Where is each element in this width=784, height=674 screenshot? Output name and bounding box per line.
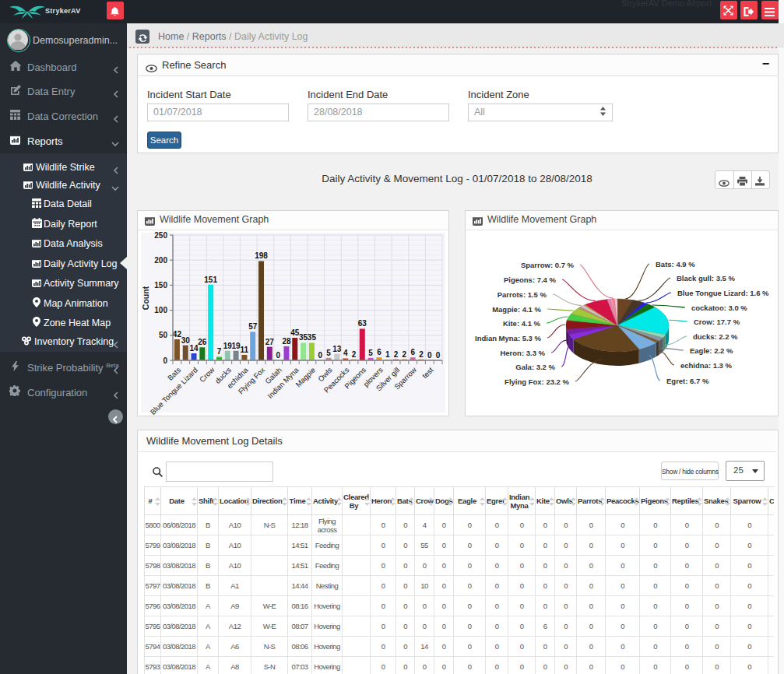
- svg-text:35: 35: [299, 333, 308, 342]
- svg-text:28: 28: [282, 337, 291, 346]
- svg-text:Flying Fox: 23.2 %: Flying Fox: 23.2 %: [505, 377, 569, 386]
- svg-text:Magpie: 4.1 %: Magpie: 4.1 %: [492, 305, 541, 314]
- svg-text:Indian Myna: 5.3 %: Indian Myna: 5.3 %: [475, 334, 542, 342]
- svg-text:19: 19: [232, 342, 241, 350]
- svg-text:26: 26: [198, 338, 207, 346]
- svg-text:100: 100: [154, 306, 167, 314]
- svg-text:Kite: 4.1 %: Kite: 4.1 %: [503, 319, 541, 328]
- svg-text:11: 11: [241, 346, 249, 354]
- svg-text:0: 0: [436, 351, 441, 360]
- svg-text:Heron: 3.3 %: Heron: 3.3 %: [500, 349, 545, 357]
- svg-text:Sparrow: 0.7 %: Sparrow: 0.7 %: [521, 261, 575, 269]
- svg-text:0: 0: [163, 356, 167, 365]
- svg-text:0: 0: [427, 351, 432, 360]
- svg-text:Eagle: 2.2 %: Eagle: 2.2 %: [690, 346, 733, 355]
- svg-text:13: 13: [332, 345, 342, 353]
- svg-text:cockatoo: 3.0 %: cockatoo: 3.0 %: [691, 304, 747, 312]
- svg-text:Blue Tongue Lizard: 1.6 %: Blue Tongue Lizard: 1.6 %: [677, 289, 769, 297]
- svg-text:4: 4: [343, 349, 348, 357]
- svg-text:5: 5: [326, 349, 331, 357]
- svg-text:5: 5: [368, 349, 373, 357]
- svg-text:0: 0: [318, 351, 322, 360]
- svg-text:Bats: 4.9 %: Bats: 4.9 %: [656, 260, 695, 269]
- svg-text:151: 151: [204, 276, 217, 284]
- svg-text:6: 6: [377, 348, 381, 356]
- svg-text:Count: Count: [141, 286, 150, 310]
- svg-text:Black gull: 3.5 %: Black gull: 3.5 %: [677, 274, 736, 283]
- svg-text:Parrots: 1.5 %: Parrots: 1.5 %: [497, 290, 547, 299]
- svg-text:250: 250: [154, 231, 167, 240]
- svg-text:50: 50: [159, 331, 168, 339]
- svg-text:Gala: 3.2 %: Gala: 3.2 %: [515, 363, 555, 371]
- svg-text:2: 2: [394, 350, 399, 359]
- svg-text:Crow: 17.7 %: Crow: 17.7 %: [694, 318, 740, 326]
- svg-text:0: 0: [276, 351, 280, 360]
- svg-text:echidna: 1.3 %: echidna: 1.3 %: [680, 361, 733, 370]
- svg-text:2: 2: [419, 350, 424, 359]
- svg-text:1: 1: [385, 350, 390, 359]
- svg-text:6: 6: [410, 348, 415, 356]
- svg-text:150: 150: [154, 281, 167, 290]
- svg-text:27: 27: [265, 338, 275, 346]
- svg-text:Pigeons: 7.4 %: Pigeons: 7.4 %: [504, 276, 557, 284]
- svg-text:Egret: 6.7 %: Egret: 6.7 %: [666, 377, 709, 385]
- svg-text:198: 198: [255, 251, 268, 260]
- svg-text:57: 57: [248, 322, 258, 331]
- svg-text:63: 63: [358, 319, 367, 328]
- svg-text:35: 35: [308, 333, 317, 342]
- svg-text:200: 200: [154, 256, 167, 265]
- svg-text:7: 7: [217, 347, 222, 356]
- svg-text:ducks: 2.2 %: ducks: 2.2 %: [693, 332, 738, 341]
- svg-text:2: 2: [403, 350, 407, 359]
- svg-text:2: 2: [352, 350, 357, 359]
